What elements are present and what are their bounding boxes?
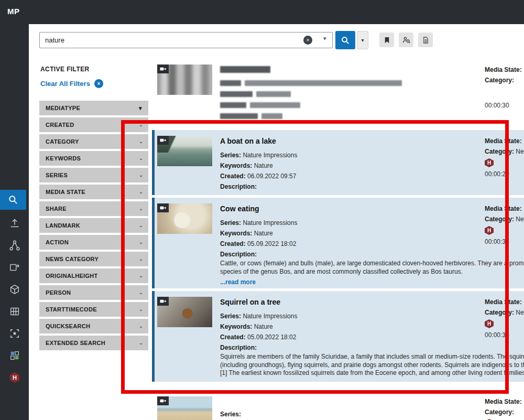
chevron-down-icon: ▾	[361, 37, 364, 43]
created-label: Created:	[220, 333, 246, 341]
result-title[interactable]: Cow eating	[220, 204, 524, 213]
result-title[interactable]: Squirrel on a tree	[220, 298, 524, 306]
sidebar: H	[0, 24, 29, 420]
result-thumbnail[interactable]	[157, 136, 212, 166]
sidebar-h-logo-button[interactable]: H	[0, 370, 29, 385]
document-button[interactable]	[418, 33, 433, 47]
filter-item-keywords[interactable]: KEYWORDS⌄	[39, 151, 148, 166]
filter-item-category[interactable]: CATEGORY⌄	[39, 134, 148, 149]
filter-item-originalheight[interactable]: ORIGINALHEIGHT⌄	[39, 268, 148, 283]
filter-item-series[interactable]: SERIES⌄	[39, 168, 148, 182]
read-more-link[interactable]: ...read more	[220, 278, 524, 286]
chevron-down-icon: ⌄	[139, 189, 143, 195]
created-value: 05.09.2022 18:02	[247, 240, 296, 247]
media-state-label: Media State:	[485, 136, 524, 146]
sidebar-media-grid-button[interactable]	[0, 304, 29, 319]
video-type-icon	[157, 136, 169, 145]
duration: 00:00:30	[485, 100, 524, 111]
series-label: Series:	[220, 152, 241, 159]
chevron-down-icon: ⌄	[139, 340, 143, 346]
description-label: Description:	[220, 344, 257, 351]
filter-item-action[interactable]: ACTION⌄	[39, 235, 148, 250]
filter-item-share[interactable]: SHARE⌄	[39, 201, 148, 216]
filter-item-extended-search[interactable]: EXTENDED SEARCH⌄	[39, 336, 148, 350]
chevron-down-icon: ⌄	[139, 173, 143, 178]
video-type-icon	[157, 396, 169, 405]
sidebar-package-button[interactable]	[0, 282, 29, 297]
chevron-down-icon: ⌄	[139, 139, 143, 144]
keywords-label: Keywords:	[220, 323, 252, 330]
workflow-icon	[9, 240, 20, 251]
chevron-down-icon: ⌄	[139, 122, 143, 127]
result-meta: Media State: Category: 00:00:30	[485, 64, 524, 111]
filter-item-starttimecode[interactable]: STARTTIMECODE⌄	[39, 302, 148, 317]
result-title[interactable]: A boat on a lake	[220, 137, 524, 145]
result-item-redacted[interactable]: Media State: Category: 00:00:30	[152, 59, 524, 123]
sidebar-modules-button[interactable]	[0, 348, 29, 363]
created-label: Created:	[220, 173, 246, 180]
series-value: Nature Impressions	[243, 219, 297, 227]
result-info-redacted	[220, 64, 524, 122]
sidebar-upload-button[interactable]	[0, 216, 29, 231]
video-type-icon	[157, 297, 169, 306]
chevron-down-icon: ⌄	[139, 223, 143, 228]
result-title[interactable]	[220, 397, 524, 404]
result-thumbnail[interactable]	[157, 64, 212, 95]
sidebar-search-button[interactable]	[0, 190, 26, 210]
filter-item-mediatype[interactable]: MEDIATYPE▼	[39, 101, 148, 115]
chevron-down-icon: ⌄	[139, 290, 143, 295]
result-item-partial[interactable]: Series: Keywords: Media State: Category:…	[152, 391, 524, 420]
chevron-down-icon: ⌄	[139, 206, 143, 211]
result-thumbnail[interactable]	[157, 396, 212, 420]
chevron-down-icon: ⌄	[139, 307, 143, 312]
video-type-icon	[157, 203, 169, 212]
scan-icon	[9, 328, 20, 339]
description-label: Description:	[220, 251, 257, 258]
clear-all-filters-link[interactable]: Clear All Filters ×	[40, 79, 148, 88]
result-item-squirrel[interactable]: Squirrel on a tree Series: Nature Impres…	[152, 291, 524, 382]
result-thumbnail[interactable]	[157, 203, 212, 234]
filter-panel: ACTIVE FILTER Clear All Filters × MEDIAT…	[39, 59, 148, 352]
media-state-label: Media State:	[485, 297, 524, 307]
result-thumbnail[interactable]	[157, 297, 212, 327]
search-options-dropdown-button[interactable]: ▾	[357, 31, 368, 49]
media-state-label: Media State:	[485, 396, 524, 407]
created-label: Created:	[220, 240, 246, 247]
bookmark-button[interactable]	[379, 33, 394, 47]
document-icon	[422, 36, 430, 44]
chevron-down-icon: ⌄	[139, 273, 143, 278]
sidebar-workflow-button[interactable]	[0, 238, 29, 253]
h-logo-badge: H	[485, 226, 494, 235]
filter-item-media-state[interactable]: MEDIA STATE⌄	[39, 185, 148, 199]
result-meta: Media State: Category: News H 00:00:30	[485, 297, 524, 340]
result-item-cow[interactable]: Cow eating Series: Nature Impressions Ke…	[152, 198, 524, 288]
h-logo-icon: H	[8, 371, 21, 384]
sidebar-export-button[interactable]	[0, 260, 29, 275]
app-logo: MP	[7, 7, 20, 16]
clear-filters-x-icon[interactable]: ×	[94, 79, 103, 88]
search-suggestions-chevron-down-icon[interactable]: ▾	[323, 35, 326, 42]
category-value: News	[516, 309, 524, 316]
series-label: Series:	[220, 313, 241, 320]
keywords-label: Keywords:	[220, 162, 252, 169]
filter-item-quicksearch[interactable]: QUICKSEARCH⌄	[39, 319, 148, 333]
filter-item-landmark[interactable]: LANDMARK⌄	[39, 218, 148, 233]
person-search-icon	[402, 36, 411, 45]
media-state-label: Media State:	[485, 203, 524, 214]
result-meta: Media State: Category: News H 00:00:36	[485, 203, 524, 247]
filter-item-created[interactable]: CREATED⌄	[39, 117, 148, 132]
result-item-boat[interactable]: A boat on a lake Series: Nature Impressi…	[152, 130, 524, 195]
filter-item-news-category[interactable]: NEWS CATEGORY⌄	[39, 252, 148, 266]
media-grid-icon	[9, 306, 20, 317]
search-button[interactable]	[335, 31, 355, 49]
sidebar-scan-button[interactable]	[0, 326, 29, 341]
category-label: Category:	[485, 216, 514, 223]
category-label: Category:	[485, 148, 514, 155]
keywords-value: Nature	[254, 323, 273, 330]
clear-search-icon[interactable]: ×	[303, 36, 312, 45]
search-input[interactable]	[39, 32, 333, 48]
chevron-down-icon: ⌄	[139, 240, 143, 245]
search-icon	[341, 36, 350, 45]
saved-searches-button[interactable]	[399, 33, 413, 47]
filter-item-person[interactable]: PERSON⌄	[39, 285, 148, 300]
